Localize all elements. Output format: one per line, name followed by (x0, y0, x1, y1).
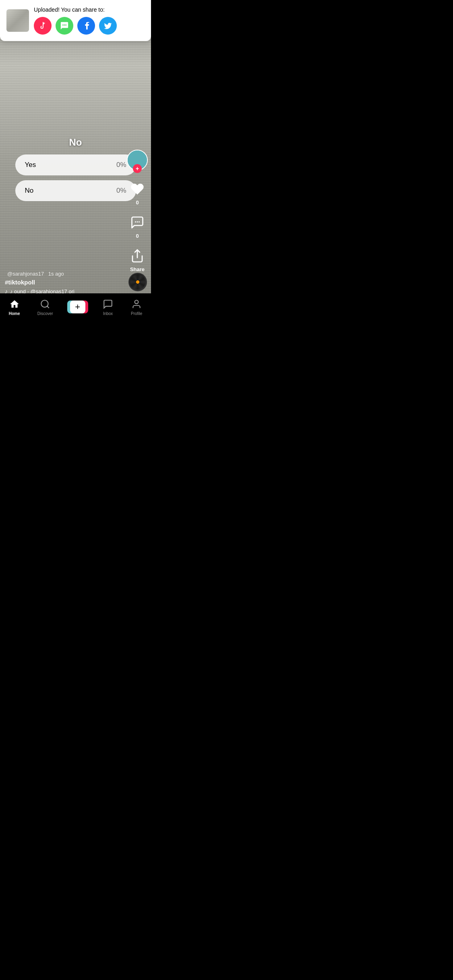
username-row: @sarahjonas17 1s ago (5, 270, 123, 277)
spinning-record[interactable] (128, 273, 147, 291)
nav-discover[interactable]: Discover (31, 297, 60, 317)
comment-icon-container (128, 214, 146, 231)
right-sidebar: + 0 0 Share (127, 150, 148, 278)
nav-profile[interactable]: Profile (124, 297, 149, 317)
share-button[interactable]: Share (128, 247, 146, 272)
share-icon-container (128, 247, 146, 265)
svg-line-17 (47, 306, 49, 308)
svg-point-16 (41, 300, 48, 307)
svg-point-1 (62, 25, 64, 26)
like-count: 0 (136, 200, 139, 206)
svg-point-6 (134, 158, 137, 161)
share-facebook-button[interactable] (77, 17, 95, 35)
comment-count: 0 (136, 233, 139, 239)
timestamp-text: 1s ago (48, 271, 64, 277)
svg-point-11 (139, 159, 140, 160)
nav-home-label: Home (9, 311, 20, 316)
poll-no-percent: 0% (116, 187, 126, 195)
poll-container: No Yes 0% No 0% (15, 137, 136, 206)
inbox-svg-icon (103, 299, 113, 309)
poll-option-no[interactable]: No 0% (15, 180, 136, 201)
nav-profile-label: Profile (131, 311, 142, 316)
video-info: @sarahjonas17 1s ago #tiktokpoll ♪ ♪ oun… (5, 270, 123, 294)
profile-icon (131, 299, 142, 310)
add-post-button[interactable]: + (67, 300, 88, 314)
poll-question: No (15, 137, 136, 148)
tiktok-logo-icon (38, 21, 47, 30)
plus-icon: + (75, 303, 80, 311)
svg-point-10 (136, 159, 137, 160)
nav-home[interactable]: Home (2, 297, 27, 317)
facebook-icon (82, 21, 91, 30)
svg-point-2 (64, 25, 65, 26)
like-button[interactable]: 0 (128, 180, 146, 206)
upload-banner: Uploaded! You can share to: (0, 0, 151, 41)
svg-point-13 (137, 221, 138, 222)
home-icon (9, 299, 20, 310)
home-svg-icon (9, 299, 20, 309)
poll-yes-percent: 0% (116, 161, 126, 169)
inbox-icon (102, 299, 114, 310)
username-text[interactable]: @sarahjonas17 (7, 271, 44, 277)
upload-content: Uploaded! You can share to: (34, 6, 145, 35)
share-label: Share (130, 266, 145, 272)
svg-point-7 (137, 158, 141, 161)
nav-discover-label: Discover (37, 311, 53, 316)
message-icon (60, 21, 69, 30)
discover-svg-icon (40, 299, 50, 309)
share-icon (130, 249, 145, 263)
share-message-button[interactable] (56, 17, 73, 35)
heart-icon (130, 182, 145, 196)
record-inner (130, 274, 145, 290)
svg-point-18 (135, 300, 139, 304)
svg-point-9 (138, 159, 140, 161)
share-tiktok-button[interactable] (34, 17, 52, 35)
upload-thumbnail (6, 9, 29, 32)
svg-point-8 (135, 159, 137, 161)
upload-title: Uploaded! You can share to: (34, 6, 145, 13)
twitter-icon (103, 21, 112, 30)
svg-point-3 (65, 25, 66, 26)
add-btn-white: + (70, 301, 85, 313)
discover-icon (39, 299, 51, 310)
share-twitter-button[interactable] (99, 17, 117, 35)
bottom-navigation: Home Discover + Inbox (0, 293, 151, 327)
follow-button[interactable]: + (133, 164, 142, 173)
nav-inbox[interactable]: Inbox (96, 297, 120, 317)
poll-yes-label: Yes (25, 161, 36, 169)
poll-option-yes[interactable]: Yes 0% (15, 154, 136, 175)
comment-button[interactable]: 0 (128, 214, 146, 239)
svg-point-12 (135, 221, 136, 222)
share-icons-row (34, 17, 145, 35)
nav-add-post[interactable]: + (64, 300, 91, 314)
nav-inbox-label: Inbox (103, 311, 113, 316)
heart-icon-container (128, 180, 146, 198)
poll-no-label: No (25, 187, 34, 195)
profile-svg-icon (131, 299, 142, 309)
svg-point-14 (139, 221, 140, 222)
hashtag-text[interactable]: #tiktokpoll (5, 279, 123, 286)
comment-icon (130, 215, 145, 230)
